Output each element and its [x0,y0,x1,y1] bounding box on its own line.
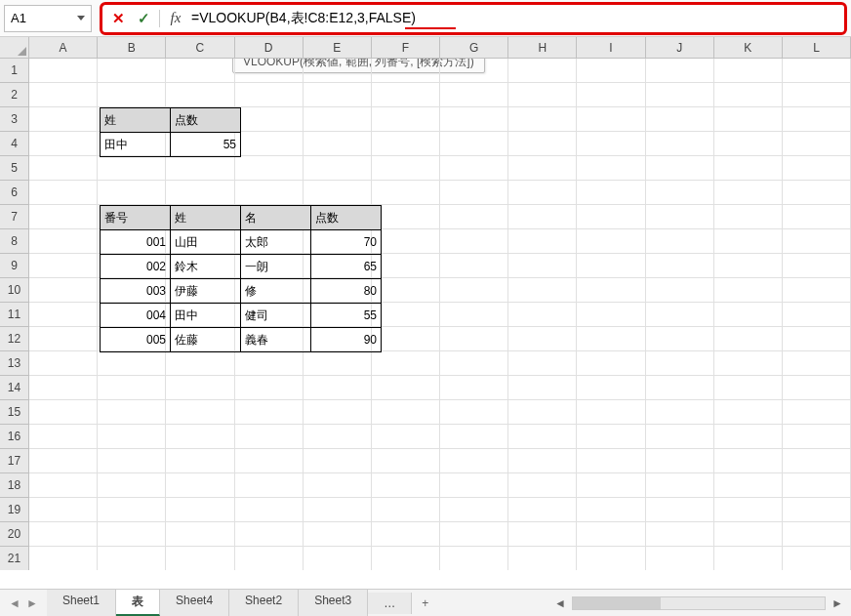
cell[interactable] [577,351,645,376]
table-row[interactable]: 田中 55 [101,133,241,157]
table-header[interactable]: 番号 [101,206,171,230]
cell[interactable] [783,83,851,107]
cell[interactable] [783,229,851,254]
cell[interactable] [372,351,440,376]
row-header[interactable]: 3 [0,107,28,132]
cell-value[interactable]: 太郎 [241,230,311,255]
row-header[interactable]: 9 [0,254,28,278]
cell[interactable] [714,181,783,205]
cell[interactable] [98,400,166,425]
cell[interactable] [372,522,440,547]
column-header[interactable]: K [714,37,783,58]
column-header[interactable]: H [508,37,577,58]
cell[interactable] [235,59,304,83]
cell[interactable] [646,254,714,278]
column-header[interactable]: E [304,37,372,58]
cell[interactable] [29,229,98,254]
cell[interactable] [372,425,440,449]
cell[interactable] [166,400,234,425]
row-header[interactable]: 18 [0,473,28,498]
cell[interactable] [577,303,645,327]
cell[interactable] [783,278,851,303]
row-header[interactable]: 21 [0,547,28,570]
cell[interactable] [783,400,851,425]
cell[interactable] [714,425,783,449]
cell[interactable] [577,132,645,156]
cell[interactable] [166,425,234,449]
cell[interactable] [783,376,851,400]
cell[interactable] [783,547,851,570]
cell[interactable] [783,522,851,547]
cell-value[interactable]: 健司 [241,304,311,328]
cell[interactable] [577,254,645,278]
cell[interactable] [372,400,440,425]
cell[interactable] [646,547,714,570]
cell[interactable] [98,547,166,570]
cell[interactable] [783,425,851,449]
cell[interactable] [372,376,440,400]
cell[interactable] [440,229,508,254]
cell[interactable] [372,303,440,327]
cell[interactable] [646,83,714,107]
cell[interactable] [440,254,508,278]
cell[interactable] [508,449,577,473]
row-header[interactable]: 1 [0,59,28,83]
cell-area[interactable]: 姓 点数 田中 55 番号姓名点数 001山田太郎70002鈴木一朗65003伊… [29,59,851,570]
dropdown-icon[interactable] [77,16,85,21]
cell[interactable] [304,156,372,181]
cell[interactable] [166,351,234,376]
cell[interactable] [577,278,645,303]
cell[interactable] [714,254,783,278]
cell[interactable] [508,107,577,132]
table-header[interactable]: 姓 [101,108,171,133]
cell[interactable] [235,107,304,132]
column-header[interactable]: D [235,37,304,58]
cell[interactable] [372,107,440,132]
cell[interactable] [783,156,851,181]
cell[interactable] [577,181,645,205]
cell[interactable] [29,83,98,107]
cell[interactable] [577,425,645,449]
cell-value[interactable]: 004 [101,304,171,328]
cell[interactable] [304,425,372,449]
row-header[interactable]: 8 [0,229,28,254]
cell[interactable] [235,473,304,498]
cell[interactable] [646,473,714,498]
cell[interactable] [714,83,783,107]
cell[interactable] [783,327,851,351]
cell[interactable] [714,473,783,498]
cell[interactable] [29,351,98,376]
name-box[interactable]: A1 [4,5,92,32]
cell[interactable] [508,83,577,107]
cell[interactable] [29,205,98,229]
cell[interactable] [440,205,508,229]
cell[interactable] [166,449,234,473]
cell[interactable] [98,425,166,449]
cell[interactable] [372,205,440,229]
cell-value[interactable]: 義春 [241,328,311,352]
cell[interactable] [304,473,372,498]
cell[interactable] [304,351,372,376]
cell[interactable] [304,400,372,425]
cell[interactable] [29,473,98,498]
cell[interactable] [508,229,577,254]
cell[interactable] [714,351,783,376]
row-header[interactable]: 5 [0,156,28,181]
cell[interactable] [577,547,645,570]
cell[interactable] [783,303,851,327]
row-header[interactable]: 19 [0,498,28,522]
cell[interactable] [166,83,234,107]
cell[interactable] [372,278,440,303]
cell-value[interactable]: 80 [311,279,382,304]
cell[interactable] [98,522,166,547]
cell[interactable] [577,522,645,547]
cell[interactable] [235,376,304,400]
cell-value[interactable]: 002 [101,255,171,279]
cell[interactable] [98,181,166,205]
cell[interactable] [646,400,714,425]
cell[interactable] [304,449,372,473]
column-header[interactable]: A [29,37,98,58]
cell[interactable] [372,498,440,522]
cell[interactable] [440,449,508,473]
cell[interactable] [372,449,440,473]
